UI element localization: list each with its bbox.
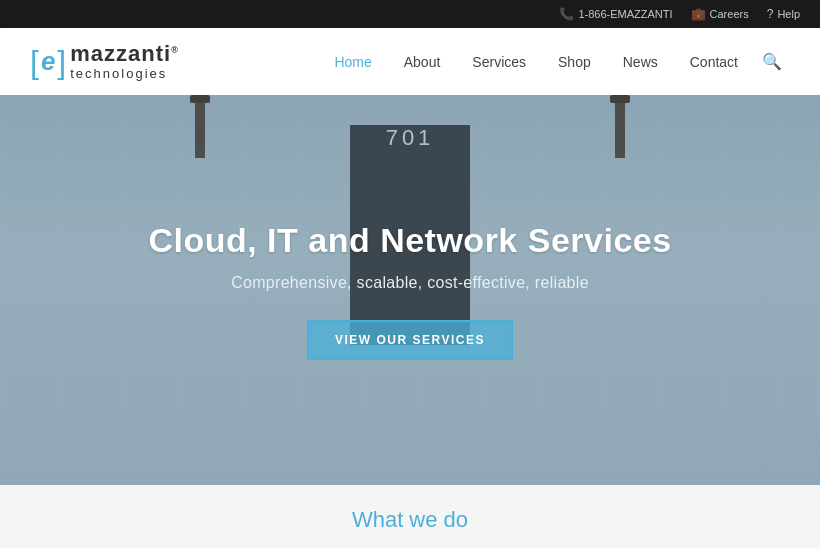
help-link[interactable]: ? Help	[767, 7, 800, 21]
nav-item-contact[interactable]: Contact	[674, 46, 754, 78]
phone-link[interactable]: 📞 1-866-EMAZZANTI	[559, 7, 672, 21]
hero-cta-button[interactable]: VIEW OUR SERVICES	[307, 320, 513, 360]
what-we-do-section: What we do	[0, 485, 820, 548]
main-navbar: [ e ] mazzanti® technologies Home About …	[0, 28, 820, 95]
nav-item-home[interactable]: Home	[318, 46, 387, 78]
nav-item-news[interactable]: News	[607, 46, 674, 78]
nav-link-services[interactable]: Services	[456, 46, 542, 78]
hero-section: 701 Cloud, IT and Network Services Compr…	[0, 95, 820, 485]
logo-bracket-open: [	[30, 46, 39, 78]
nav-item-shop[interactable]: Shop	[542, 46, 607, 78]
nav-link-shop[interactable]: Shop	[542, 46, 607, 78]
lamp-right	[610, 95, 630, 158]
logo-e: e	[41, 46, 55, 77]
logo[interactable]: [ e ] mazzanti® technologies	[30, 42, 179, 81]
nav-link-contact[interactable]: Contact	[674, 46, 754, 78]
logo-text: mazzanti® technologies	[70, 42, 179, 81]
help-label: Help	[777, 8, 800, 20]
nav-link-home[interactable]: Home	[318, 46, 387, 78]
logo-sub-text: technologies	[70, 66, 179, 81]
logo-bracket-close: ]	[57, 46, 66, 78]
nav-links: Home About Services Shop News Contact 🔍	[318, 44, 790, 79]
nav-item-about[interactable]: About	[388, 46, 457, 78]
nav-link-news[interactable]: News	[607, 46, 674, 78]
what-we-do-title: What we do	[0, 507, 820, 533]
search-icon: 🔍	[762, 53, 782, 70]
hero-content: Cloud, IT and Network Services Comprehen…	[108, 221, 711, 360]
phone-number: 1-866-EMAZZANTI	[578, 8, 672, 20]
nav-item-services[interactable]: Services	[456, 46, 542, 78]
careers-link[interactable]: 💼 Careers	[691, 7, 749, 21]
briefcase-icon: 💼	[691, 7, 706, 21]
logo-main-text: mazzanti®	[70, 42, 179, 66]
nav-link-about[interactable]: About	[388, 46, 457, 78]
hero-title: Cloud, IT and Network Services	[148, 221, 671, 260]
hero-subtitle: Comprehensive, scalable, cost-effective,…	[148, 274, 671, 292]
building-number: 701	[386, 125, 435, 151]
nav-item-search[interactable]: 🔍	[754, 44, 790, 79]
search-button[interactable]: 🔍	[754, 44, 790, 79]
lamp-left	[190, 95, 210, 158]
phone-icon: 📞	[559, 7, 574, 21]
help-icon: ?	[767, 7, 774, 21]
careers-label: Careers	[710, 8, 749, 20]
utility-bar: 📞 1-866-EMAZZANTI 💼 Careers ? Help	[0, 0, 820, 28]
